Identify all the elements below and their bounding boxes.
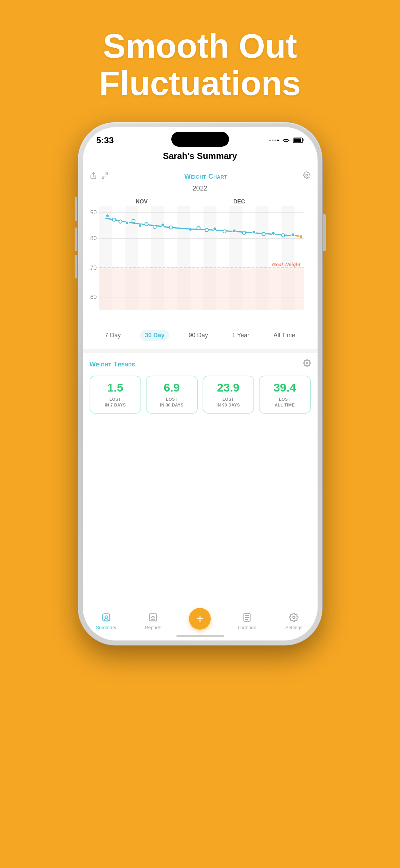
chart-title: Weight Chart (184, 173, 227, 180)
chart-settings-button[interactable] (303, 171, 310, 181)
trends-header: Weight Trends (90, 359, 311, 369)
app-title: Sarah's Summary (163, 151, 237, 161)
trend-90day-value: 23.9 (217, 382, 240, 393)
add-button[interactable]: + (189, 608, 211, 630)
svg-point-73 (299, 235, 303, 238)
svg-point-76 (105, 616, 107, 618)
svg-point-59 (232, 229, 236, 233)
svg-rect-75 (102, 614, 110, 621)
trend-alltime-label: LOSTALL TIME (275, 397, 295, 408)
svg-point-69 (281, 234, 285, 237)
status-time: 5:33 (96, 135, 114, 146)
svg-point-74 (306, 362, 308, 364)
plus-icon: + (196, 612, 204, 626)
svg-point-35 (125, 221, 129, 225)
dynamic-island (171, 132, 229, 147)
trend-30day-label: LOSTIN 30 DAYS (160, 397, 184, 408)
svg-rect-2 (303, 139, 304, 141)
share-icon[interactable] (90, 172, 97, 181)
trend-alltime-value: 39.4 (273, 382, 296, 393)
svg-point-41 (145, 222, 148, 226)
settings-icon (289, 613, 299, 623)
trend-30day-value: 6.9 (164, 382, 180, 393)
tab-add[interactable]: + (186, 613, 213, 630)
tab-reports[interactable]: Reports (139, 613, 167, 630)
trends-settings-button[interactable] (303, 359, 311, 369)
tab-logbook[interactable]: Logbook (233, 613, 261, 630)
svg-text:160: 160 (90, 293, 97, 300)
trends-grid: 1.5 LOSTIN 7 DAYS 6.9 LOSTIN 30 DAYS 23.… (90, 376, 311, 414)
chart-header: Weight Chart (90, 171, 311, 181)
svg-point-33 (119, 220, 122, 223)
period-7day[interactable]: 7 Day (100, 330, 126, 341)
svg-point-47 (169, 226, 172, 229)
svg-point-57 (223, 230, 226, 233)
svg-text:190: 190 (90, 209, 97, 216)
svg-point-43 (153, 225, 156, 229)
tab-settings[interactable]: Settings (280, 613, 307, 630)
chart-year: 2022 (90, 184, 311, 192)
trend-7day-value: 1.5 (107, 382, 123, 393)
section-divider (83, 349, 318, 353)
svg-text:DEC: DEC (233, 198, 245, 204)
svg-text:170: 170 (90, 264, 97, 271)
svg-rect-15 (99, 268, 304, 310)
summary-icon (101, 613, 111, 623)
tab-summary[interactable]: Summary (93, 613, 120, 630)
expand-icon[interactable] (101, 172, 109, 181)
svg-point-31 (112, 218, 116, 221)
trend-alltime: 39.4 LOSTALL TIME (259, 376, 311, 414)
svg-point-49 (189, 228, 192, 231)
tab-summary-label: Summary (96, 625, 116, 630)
chart-toolbar-left[interactable] (90, 172, 109, 181)
headline: Smooth Out Fluctuations (99, 27, 301, 102)
trends-title: Weight Trends (90, 360, 135, 368)
signal-icon (269, 140, 279, 141)
weight-chart-area: 190 180 170 160 NOV DEC Goal Weight (90, 194, 311, 323)
phone-mockup: 5:33 Sarah's (78, 122, 322, 645)
period-selector: 7 Day 30 Day 90 Day 1 Year All Time (90, 325, 311, 344)
status-bar: 5:33 (83, 127, 318, 147)
period-30day[interactable]: 30 Day (140, 330, 169, 341)
svg-point-84 (293, 616, 295, 619)
svg-text:Goal Weight: Goal Weight (272, 262, 301, 267)
trend-7day: 1.5 LOSTIN 7 DAYS (90, 376, 141, 414)
svg-line-4 (105, 173, 107, 175)
svg-point-51 (197, 227, 200, 230)
svg-text:180: 180 (90, 235, 97, 241)
svg-point-67 (271, 232, 275, 235)
svg-point-53 (205, 229, 208, 232)
app-header: Sarah's Summary (83, 147, 318, 165)
svg-point-39 (138, 224, 141, 227)
svg-point-6 (306, 174, 308, 176)
trends-card: Weight Trends 1.5 LOSTIN 7 DAYS (83, 353, 318, 609)
period-1year[interactable]: 1 Year (227, 330, 254, 341)
svg-text:NOV: NOV (135, 198, 147, 204)
trend-7day-label: LOSTIN 7 DAYS (105, 397, 126, 408)
tab-reports-label: Reports (145, 625, 161, 630)
tab-logbook-label: Logbook (238, 625, 256, 630)
home-indicator (176, 635, 224, 637)
main-content: Weight Chart 2022 (83, 165, 318, 640)
trend-90day: 23.9 LOSTIN 90 DAYS (203, 376, 254, 414)
status-icons (269, 138, 304, 143)
wifi-icon (282, 138, 290, 143)
svg-point-65 (262, 232, 265, 236)
svg-point-29 (106, 214, 109, 218)
svg-point-37 (132, 219, 135, 223)
period-alltime[interactable]: All Time (269, 330, 300, 341)
tab-settings-label: Settings (285, 625, 303, 630)
svg-point-55 (213, 227, 216, 231)
battery-icon (293, 138, 304, 143)
reports-icon (148, 613, 158, 623)
period-90day[interactable]: 90 Day (184, 330, 213, 341)
trend-30day: 6.9 LOSTIN 30 DAYS (146, 376, 198, 414)
weight-chart-svg: 190 180 170 160 NOV DEC Goal Weight (90, 194, 311, 323)
trend-90day-label: LOSTIN 90 DAYS (216, 397, 240, 408)
svg-point-63 (252, 231, 255, 234)
logbook-icon (242, 613, 252, 623)
svg-point-71 (291, 233, 294, 236)
chart-card: Weight Chart 2022 (83, 165, 318, 349)
svg-rect-1 (293, 139, 301, 142)
svg-line-5 (102, 176, 104, 178)
